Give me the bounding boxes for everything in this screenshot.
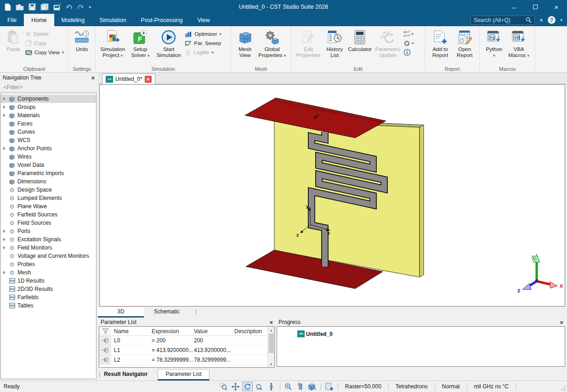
- navigation-tree-close-icon[interactable]: ×: [91, 74, 95, 81]
- setup-solver-dropdown-icon[interactable]: ▾: [147, 53, 150, 58]
- history-list-button[interactable]: History List: [323, 28, 346, 58]
- tree-filter-input[interactable]: <Filter>: [0, 83, 97, 92]
- tree-item-field-sources[interactable]: ⚙Field Sources: [1, 219, 96, 227]
- menu-tab-file[interactable]: File: [0, 14, 24, 26]
- tree-item-anchor-points[interactable]: Anchor Points: [1, 144, 96, 153]
- scroll-up-icon[interactable]: ▴: [268, 327, 274, 333]
- bounding-box-icon[interactable]: [307, 382, 318, 391]
- help-dropdown-icon[interactable]: ▾: [560, 17, 562, 23]
- python-dropdown-icon[interactable]: ▾: [493, 53, 495, 58]
- scroll-thumb[interactable]: [269, 334, 274, 353]
- tree-item-parametric-imports[interactable]: Parametric Imports: [1, 169, 96, 177]
- copy-button[interactable]: Copy: [24, 39, 65, 48]
- setup-solver-button[interactable]: F Setup Solver ▾: [127, 28, 153, 59]
- optimizer-button[interactable]: Optimizer ▾: [184, 29, 228, 39]
- logfile-dropdown-icon[interactable]: ▾: [211, 50, 214, 55]
- tree-item-excitation-signals[interactable]: ⚙Excitation Signals: [1, 235, 96, 244]
- cutting-plane-icon[interactable]: [295, 382, 306, 391]
- parameter-table-scrollbar[interactable]: ▴ ▾: [267, 327, 274, 367]
- qat-more-icon[interactable]: ▾: [89, 5, 91, 10]
- tab-parameter-list[interactable]: Parameter List: [158, 369, 209, 381]
- tree-item-groups[interactable]: Groups: [1, 103, 96, 111]
- search-input[interactable]: Search (Alt+Q): [471, 16, 535, 25]
- expand-arrow-icon[interactable]: [1, 97, 7, 101]
- parameter-value[interactable]: 413.9200000...: [194, 347, 234, 353]
- rotate-view-icon[interactable]: [255, 382, 265, 391]
- parameter-expression[interactable]: = 200: [152, 337, 194, 344]
- mesh-properties-icon[interactable]: [324, 382, 335, 391]
- parametric-equations-dropdown-icon[interactable]: ▾: [411, 32, 414, 36]
- status-mesh-mode[interactable]: Normal: [438, 383, 464, 390]
- parameter-expression[interactable]: = 413.9200000...: [152, 347, 194, 353]
- expand-arrow-icon[interactable]: [1, 238, 7, 241]
- parameter-expression[interactable]: = 78.32999999...: [152, 357, 194, 363]
- expand-arrow-icon[interactable]: [1, 246, 7, 250]
- menu-tab-post-processing[interactable]: Post-Processing: [134, 14, 190, 26]
- vba-macros-button[interactable]: VB VBA Macros ▾: [505, 28, 532, 59]
- expand-arrow-icon[interactable]: [1, 271, 7, 274]
- tree-item-1d-results[interactable]: 1D Results: [1, 277, 96, 285]
- tree-item-design-space[interactable]: ⚙Design Space: [1, 186, 96, 194]
- expand-arrow-icon[interactable]: [1, 147, 7, 150]
- menu-tab-view[interactable]: View: [190, 14, 217, 26]
- parameter-row-l0[interactable]: L0= 200200: [99, 336, 274, 346]
- add-to-report-button[interactable]: Add to Report: [428, 28, 453, 58]
- tab-schematic[interactable]: Schematic: [144, 307, 190, 318]
- tree-item-curves[interactable]: Curves: [1, 128, 96, 136]
- parameter-name[interactable]: L0: [111, 337, 152, 344]
- zoom-in-icon[interactable]: [284, 382, 294, 391]
- document-tab-close-icon[interactable]: ×: [145, 76, 152, 83]
- resize-grip[interactable]: [561, 386, 566, 391]
- tree-item-voxel-data[interactable]: Voxel Data: [1, 161, 96, 169]
- tree-item-ports[interactable]: ⚙Ports: [1, 227, 96, 235]
- tree-item-components[interactable]: Components: [1, 95, 96, 103]
- open-report-button[interactable]: Open Report: [453, 28, 476, 58]
- new-project-icon[interactable]: [5, 3, 11, 11]
- tree-item-lumped-elements[interactable]: ⚙Lumped Elements: [1, 194, 96, 202]
- save-as-icon[interactable]: [53, 3, 61, 11]
- progress-project-item[interactable]: ≈≈ Untitled_0: [297, 330, 565, 337]
- 3d-viewport[interactable]: y x z y x z: [99, 84, 565, 307]
- logfile-button[interactable]: Logfile ▾: [184, 48, 228, 57]
- expand-arrow-icon[interactable]: [1, 114, 7, 117]
- tab-result-navigator[interactable]: Result Navigator: [104, 369, 153, 381]
- parametric-equations-button[interactable]: a=?x=? ▾: [403, 29, 422, 39]
- info-button[interactable]: [403, 48, 422, 57]
- column-header-expression[interactable]: Expression: [152, 328, 194, 335]
- copy-view-button[interactable]: Copy View ▾: [24, 48, 65, 57]
- tree-item-2d-3d-results[interactable]: 2D/3D Results: [1, 285, 96, 293]
- parameter-name[interactable]: L1: [111, 347, 152, 353]
- parameter-name[interactable]: L2: [111, 357, 152, 363]
- tab-3d[interactable]: 3D: [98, 307, 144, 318]
- tree-item-wires[interactable]: Wires: [1, 153, 96, 161]
- units-button[interactable]: Units: [71, 28, 92, 52]
- tree-item-tables[interactable]: Tables: [1, 301, 96, 310]
- delete-button[interactable]: Delete: [24, 29, 65, 39]
- parameter-value[interactable]: 78.32999999...: [194, 357, 234, 363]
- open-project-icon[interactable]: [16, 3, 24, 11]
- save-all-icon[interactable]: [40, 3, 49, 11]
- menu-tab-simulation[interactable]: Simulation: [92, 14, 133, 26]
- tree-item-materials[interactable]: Materials: [1, 111, 96, 119]
- save-icon[interactable]: [28, 3, 36, 11]
- parameter-row-l2[interactable]: L2= 78.32999999...78.32999999...: [99, 355, 274, 365]
- python-button[interactable]: Py Python▾: [482, 28, 505, 59]
- rotate-icon[interactable]: [243, 382, 253, 391]
- simulation-project-dropdown-icon[interactable]: ▾: [121, 53, 123, 58]
- tree-item-wcs[interactable]: WCS: [1, 136, 96, 144]
- global-properties-dropdown-icon[interactable]: ▾: [284, 53, 286, 58]
- par-sweep-button[interactable]: Par. Sweep: [184, 39, 228, 48]
- menu-tab-modeling[interactable]: Modeling: [54, 14, 92, 26]
- parameter-value[interactable]: 200: [194, 337, 234, 344]
- document-tab[interactable]: ≈≈ Untitled_0* ×: [102, 74, 155, 84]
- paste-button[interactable]: Paste: [3, 28, 24, 52]
- undo-icon[interactable]: [66, 4, 73, 11]
- optimizer-dropdown-icon[interactable]: ▾: [220, 32, 222, 36]
- collapse-ribbon-icon[interactable]: ∧: [539, 17, 543, 23]
- maximize-button[interactable]: [525, 0, 546, 14]
- minimize-button[interactable]: –: [504, 0, 525, 14]
- column-header-name[interactable]: Name: [111, 328, 152, 335]
- vba-macros-dropdown-icon[interactable]: ▾: [527, 53, 529, 58]
- tree-item-mesh[interactable]: ⚙Mesh: [1, 268, 96, 277]
- tree-item-field-monitors[interactable]: ⚙Field Monitors: [1, 244, 96, 252]
